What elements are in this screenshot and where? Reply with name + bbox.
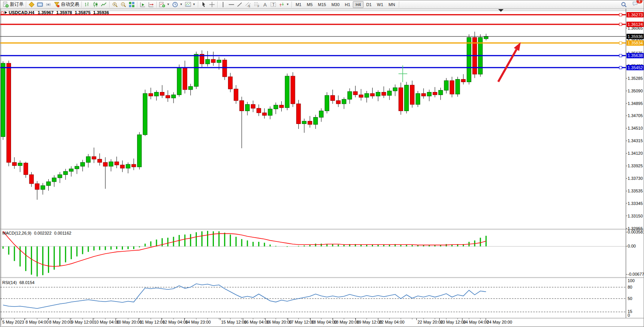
chevron-down-icon: ▼ bbox=[286, 3, 289, 6]
chart-area[interactable]: 1.360651.358701.356751.354801.352851.350… bbox=[0, 9, 644, 327]
toolbar-separator bbox=[156, 2, 157, 8]
toolbar-separator bbox=[137, 2, 137, 8]
candle-body bbox=[120, 165, 124, 168]
candle bbox=[194, 52, 198, 89]
charts-button[interactable] bbox=[27, 1, 36, 8]
candle-body bbox=[342, 99, 346, 104]
signals-icon bbox=[45, 2, 51, 8]
timeframe-w1-button[interactable]: W1 bbox=[374, 1, 386, 8]
candlesticks-button[interactable] bbox=[91, 1, 100, 8]
price-tick-label: 1.34315 bbox=[628, 138, 643, 143]
candle-body bbox=[24, 163, 28, 175]
chevron-down-icon: ▼ bbox=[193, 3, 196, 6]
candle-body bbox=[41, 186, 45, 189]
trendline-button[interactable] bbox=[236, 1, 244, 8]
time-tick-label: 17 May 12:00 bbox=[289, 320, 314, 324]
level-handle[interactable] bbox=[619, 66, 622, 69]
toolbar-button-label: 新订单 bbox=[10, 1, 24, 8]
toolbar-separator bbox=[198, 2, 198, 8]
time-tick-label: 23 May 12:00 bbox=[440, 320, 466, 324]
templates-icon bbox=[185, 2, 191, 8]
price-tick-label: 1.35285 bbox=[628, 76, 643, 81]
candle-body bbox=[421, 94, 426, 96]
line-chart-button[interactable] bbox=[100, 1, 108, 8]
candle-body bbox=[217, 60, 221, 63]
arrow-objects-button[interactable]: ▼ bbox=[277, 1, 290, 8]
level-handle[interactable] bbox=[619, 13, 622, 16]
chart-background bbox=[0, 9, 644, 327]
market-signals-button[interactable] bbox=[44, 1, 53, 8]
price-level-badge-value: 1.35452 bbox=[628, 65, 643, 70]
timeframe-m15-button[interactable]: M15 bbox=[315, 1, 328, 8]
timeframe-m1-button[interactable]: M1 bbox=[293, 1, 304, 8]
vline-icon bbox=[220, 2, 226, 8]
timeframe-mn-button[interactable]: MN bbox=[386, 1, 398, 8]
price-level-badge-value: 1.35638 bbox=[628, 53, 643, 58]
zoom-out-button[interactable] bbox=[119, 1, 128, 8]
crosshair-button[interactable] bbox=[208, 1, 216, 8]
candle-body bbox=[376, 92, 380, 96]
candle-body bbox=[103, 162, 107, 166]
line-chart-icon bbox=[101, 2, 107, 8]
vertical-line-button[interactable] bbox=[219, 1, 227, 8]
indicators-button[interactable]: ▼ bbox=[158, 1, 171, 8]
candle-body bbox=[450, 81, 454, 94]
macd-label-part: 0.001162 bbox=[54, 231, 71, 235]
rsi-axis-label: 80 bbox=[628, 285, 632, 289]
candle bbox=[137, 132, 142, 169]
mt4-window: 新订单自动交易▼▼▼EFAT▼M1M5M15M30H1H4D1W1MN1 1.3… bbox=[0, 0, 644, 327]
ohlc-bars-button[interactable] bbox=[83, 1, 91, 8]
usdcad-h4-chart[interactable]: 1.360651.358701.356751.354801.352851.350… bbox=[0, 9, 644, 327]
toolbar-separator bbox=[292, 2, 292, 8]
candle-body bbox=[160, 92, 164, 95]
timeframe-m30-button[interactable]: M30 bbox=[329, 1, 342, 8]
text-button[interactable]: A bbox=[261, 1, 269, 8]
text-label-button[interactable]: T bbox=[269, 1, 277, 8]
tile-windows-button[interactable] bbox=[128, 1, 136, 8]
text-icon: A bbox=[262, 2, 268, 8]
candle-body bbox=[132, 164, 136, 167]
periods-button[interactable]: ▼ bbox=[171, 1, 184, 8]
templates-button[interactable]: ▼ bbox=[184, 1, 197, 8]
timeframe-h1-button[interactable]: H1 bbox=[342, 1, 353, 8]
candle-body bbox=[274, 105, 278, 109]
new-order-button[interactable]: 新订单 bbox=[2, 1, 25, 8]
autotrading-icon bbox=[54, 2, 60, 8]
candle-body bbox=[484, 37, 488, 39]
candle-body bbox=[109, 162, 113, 166]
zoom-in-icon bbox=[112, 2, 118, 8]
price-tick-label: 1.33345 bbox=[628, 201, 643, 206]
notifications-button[interactable]: 1 bbox=[631, 1, 639, 8]
zoom-in-button[interactable] bbox=[111, 1, 119, 8]
object-anchor-marker[interactable] bbox=[1, 12, 3, 14]
price-tick-label: 1.34895 bbox=[628, 101, 643, 106]
time-tick-label: 16 May 04:00 bbox=[244, 320, 269, 324]
chart-shift-button[interactable] bbox=[147, 1, 155, 8]
level-handle[interactable] bbox=[619, 54, 622, 57]
rsi-label-part: 68.0154 bbox=[19, 280, 35, 285]
horizontal-line-button[interactable] bbox=[227, 1, 236, 8]
candle-body bbox=[1, 63, 5, 137]
timeframe-m5-button[interactable]: M5 bbox=[304, 1, 315, 8]
candle-body bbox=[177, 68, 181, 95]
price-tick-label: 1.34510 bbox=[628, 126, 643, 130]
candle bbox=[467, 34, 471, 84]
auto-scroll-button[interactable] bbox=[139, 1, 147, 8]
candle-body bbox=[456, 79, 460, 94]
level-handle[interactable] bbox=[619, 23, 622, 26]
toolbar-separator bbox=[399, 2, 399, 8]
time-tick-label: 18 May 20:00 bbox=[334, 320, 359, 324]
timeframe-h4-button[interactable]: H4 bbox=[353, 1, 363, 8]
level-handle[interactable] bbox=[619, 42, 622, 44]
candle-body bbox=[268, 109, 272, 116]
indicators-icon bbox=[159, 2, 165, 8]
profiles-button[interactable] bbox=[36, 1, 44, 8]
trendline-icon bbox=[237, 2, 243, 8]
cursor-button[interactable] bbox=[199, 1, 208, 8]
fibonacci-button[interactable]: F bbox=[252, 1, 261, 8]
autotrading-button[interactable]: 自动交易 bbox=[53, 1, 80, 8]
timeframe-d1-button[interactable]: D1 bbox=[363, 1, 374, 8]
search-button[interactable] bbox=[620, 1, 628, 8]
candle-body bbox=[143, 94, 147, 135]
equidistant-channel-button[interactable]: E bbox=[244, 1, 252, 8]
